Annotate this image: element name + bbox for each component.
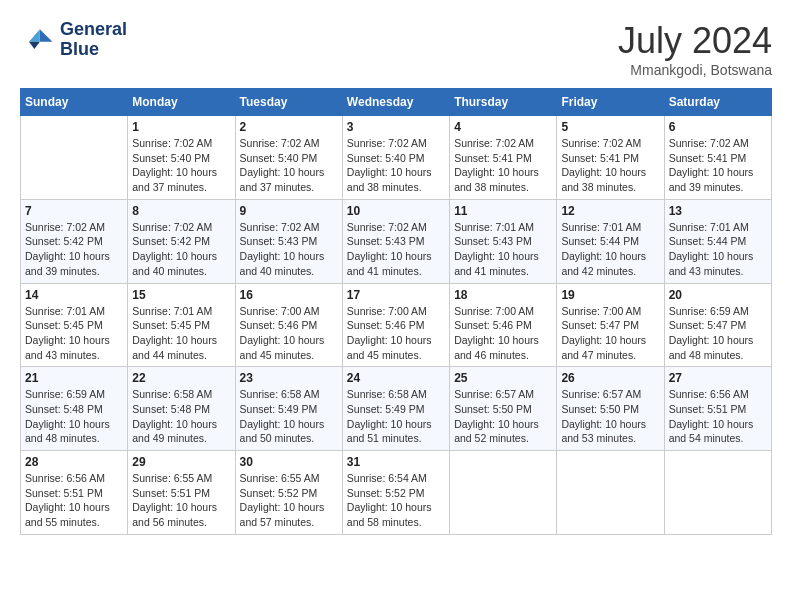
day-number: 7 [25,204,123,218]
sunset-text: Sunset: 5:40 PM [132,152,210,164]
page-header: General Blue July 2024 Mmankgodi, Botswa… [20,20,772,78]
sunset-text: Sunset: 5:43 PM [240,235,318,247]
day-number: 15 [132,288,230,302]
sunset-text: Sunset: 5:46 PM [454,319,532,331]
daylight-text: Daylight: 10 hours and 57 minutes. [240,501,325,528]
location: Mmankgodi, Botswana [618,62,772,78]
sunrise-text: Sunrise: 6:56 AM [669,388,749,400]
calendar-cell: 11 Sunrise: 7:01 AM Sunset: 5:43 PM Dayl… [450,199,557,283]
day-info: Sunrise: 6:57 AM Sunset: 5:50 PM Dayligh… [561,387,659,446]
sunrise-text: Sunrise: 7:01 AM [25,305,105,317]
daylight-text: Daylight: 10 hours and 48 minutes. [25,418,110,445]
calendar-cell: 7 Sunrise: 7:02 AM Sunset: 5:42 PM Dayli… [21,199,128,283]
sunrise-text: Sunrise: 6:58 AM [347,388,427,400]
day-number: 6 [669,120,767,134]
sunset-text: Sunset: 5:42 PM [25,235,103,247]
day-info: Sunrise: 7:02 AM Sunset: 5:40 PM Dayligh… [132,136,230,195]
daylight-text: Daylight: 10 hours and 42 minutes. [561,250,646,277]
day-info: Sunrise: 6:59 AM Sunset: 5:47 PM Dayligh… [669,304,767,363]
daylight-text: Daylight: 10 hours and 49 minutes. [132,418,217,445]
daylight-text: Daylight: 10 hours and 44 minutes. [132,334,217,361]
day-info: Sunrise: 7:01 AM Sunset: 5:45 PM Dayligh… [25,304,123,363]
sunset-text: Sunset: 5:45 PM [132,319,210,331]
daylight-text: Daylight: 10 hours and 43 minutes. [669,250,754,277]
day-info: Sunrise: 7:02 AM Sunset: 5:41 PM Dayligh… [454,136,552,195]
week-row-3: 14 Sunrise: 7:01 AM Sunset: 5:45 PM Dayl… [21,283,772,367]
sunrise-text: Sunrise: 6:59 AM [669,305,749,317]
sunrise-text: Sunrise: 7:02 AM [240,137,320,149]
day-header-sunday: Sunday [21,89,128,116]
daylight-text: Daylight: 10 hours and 46 minutes. [454,334,539,361]
svg-marker-0 [40,29,53,42]
day-number: 4 [454,120,552,134]
sunset-text: Sunset: 5:41 PM [454,152,532,164]
day-number: 19 [561,288,659,302]
sunrise-text: Sunrise: 7:02 AM [347,221,427,233]
day-info: Sunrise: 7:02 AM Sunset: 5:43 PM Dayligh… [347,220,445,279]
calendar-cell [557,451,664,535]
sunrise-text: Sunrise: 7:01 AM [669,221,749,233]
calendar-cell: 14 Sunrise: 7:01 AM Sunset: 5:45 PM Dayl… [21,283,128,367]
daylight-text: Daylight: 10 hours and 41 minutes. [454,250,539,277]
daylight-text: Daylight: 10 hours and 45 minutes. [240,334,325,361]
day-header-friday: Friday [557,89,664,116]
calendar-cell [664,451,771,535]
calendar-cell: 13 Sunrise: 7:01 AM Sunset: 5:44 PM Dayl… [664,199,771,283]
sunrise-text: Sunrise: 6:58 AM [132,388,212,400]
sunset-text: Sunset: 5:41 PM [669,152,747,164]
sunrise-text: Sunrise: 7:01 AM [132,305,212,317]
daylight-text: Daylight: 10 hours and 48 minutes. [669,334,754,361]
calendar-cell: 21 Sunrise: 6:59 AM Sunset: 5:48 PM Dayl… [21,367,128,451]
sunrise-text: Sunrise: 6:54 AM [347,472,427,484]
sunset-text: Sunset: 5:52 PM [240,487,318,499]
logo-line1: General [60,20,127,40]
sunrise-text: Sunrise: 6:56 AM [25,472,105,484]
day-number: 12 [561,204,659,218]
calendar-cell: 3 Sunrise: 7:02 AM Sunset: 5:40 PM Dayli… [342,116,449,200]
day-number: 31 [347,455,445,469]
svg-marker-1 [29,29,40,42]
daylight-text: Daylight: 10 hours and 38 minutes. [561,166,646,193]
calendar-cell: 15 Sunrise: 7:01 AM Sunset: 5:45 PM Dayl… [128,283,235,367]
sunrise-text: Sunrise: 7:01 AM [561,221,641,233]
calendar-cell: 22 Sunrise: 6:58 AM Sunset: 5:48 PM Dayl… [128,367,235,451]
calendar-cell: 9 Sunrise: 7:02 AM Sunset: 5:43 PM Dayli… [235,199,342,283]
day-info: Sunrise: 6:55 AM Sunset: 5:51 PM Dayligh… [132,471,230,530]
calendar-cell: 6 Sunrise: 7:02 AM Sunset: 5:41 PM Dayli… [664,116,771,200]
day-info: Sunrise: 7:01 AM Sunset: 5:44 PM Dayligh… [561,220,659,279]
sunrise-text: Sunrise: 7:02 AM [561,137,641,149]
day-info: Sunrise: 7:02 AM Sunset: 5:43 PM Dayligh… [240,220,338,279]
sunset-text: Sunset: 5:50 PM [561,403,639,415]
day-number: 1 [132,120,230,134]
daylight-text: Daylight: 10 hours and 37 minutes. [240,166,325,193]
month-year: July 2024 [618,20,772,62]
days-header-row: SundayMondayTuesdayWednesdayThursdayFrid… [21,89,772,116]
sunrise-text: Sunrise: 6:57 AM [561,388,641,400]
day-number: 21 [25,371,123,385]
week-row-4: 21 Sunrise: 6:59 AM Sunset: 5:48 PM Dayl… [21,367,772,451]
sunset-text: Sunset: 5:48 PM [25,403,103,415]
calendar-cell: 18 Sunrise: 7:00 AM Sunset: 5:46 PM Dayl… [450,283,557,367]
day-header-monday: Monday [128,89,235,116]
sunrise-text: Sunrise: 7:02 AM [669,137,749,149]
sunrise-text: Sunrise: 7:02 AM [132,137,212,149]
day-number: 2 [240,120,338,134]
day-info: Sunrise: 6:58 AM Sunset: 5:48 PM Dayligh… [132,387,230,446]
day-info: Sunrise: 7:02 AM Sunset: 5:41 PM Dayligh… [669,136,767,195]
sunset-text: Sunset: 5:41 PM [561,152,639,164]
svg-marker-2 [29,42,40,49]
day-info: Sunrise: 7:00 AM Sunset: 5:46 PM Dayligh… [240,304,338,363]
daylight-text: Daylight: 10 hours and 40 minutes. [240,250,325,277]
day-info: Sunrise: 6:54 AM Sunset: 5:52 PM Dayligh… [347,471,445,530]
sunset-text: Sunset: 5:49 PM [240,403,318,415]
day-info: Sunrise: 7:01 AM Sunset: 5:43 PM Dayligh… [454,220,552,279]
sunrise-text: Sunrise: 7:02 AM [25,221,105,233]
day-info: Sunrise: 6:55 AM Sunset: 5:52 PM Dayligh… [240,471,338,530]
day-number: 9 [240,204,338,218]
sunrise-text: Sunrise: 7:00 AM [454,305,534,317]
sunset-text: Sunset: 5:40 PM [240,152,318,164]
daylight-text: Daylight: 10 hours and 39 minutes. [669,166,754,193]
daylight-text: Daylight: 10 hours and 55 minutes. [25,501,110,528]
calendar-cell: 23 Sunrise: 6:58 AM Sunset: 5:49 PM Dayl… [235,367,342,451]
day-info: Sunrise: 7:01 AM Sunset: 5:44 PM Dayligh… [669,220,767,279]
